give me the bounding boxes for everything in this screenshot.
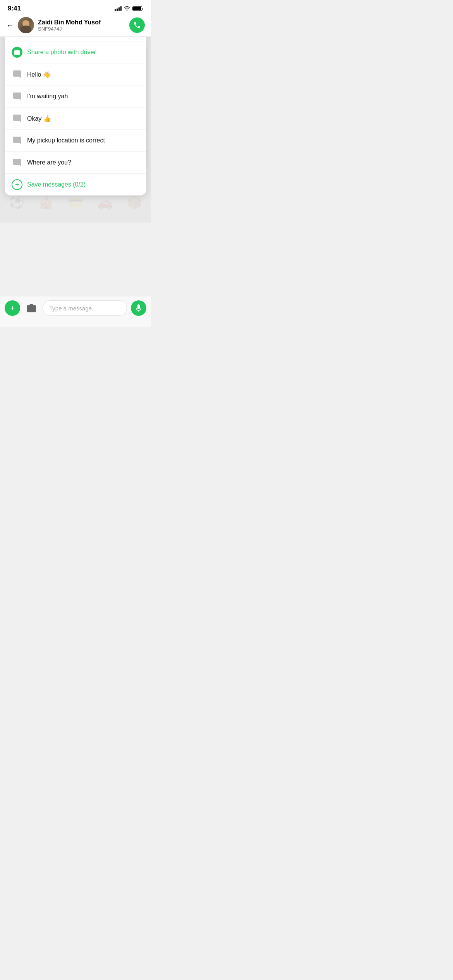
status-bar: 9:41 bbox=[0, 0, 151, 14]
camera-icon bbox=[12, 47, 22, 58]
quick-chat-item-okay[interactable]: Okay 👍 bbox=[5, 108, 146, 130]
driver-plate: SNF9474J bbox=[38, 26, 129, 32]
share-photo-label: Share a photo with driver bbox=[27, 49, 96, 56]
chat-header: ← Zaidi Bin Mohd Yusof SNF9474J bbox=[0, 14, 151, 37]
message-input[interactable]: Type a message... bbox=[43, 300, 127, 316]
add-button[interactable]: + bbox=[5, 300, 20, 316]
avatar bbox=[18, 17, 34, 33]
okay-label: Okay 👍 bbox=[27, 115, 51, 122]
pickup-label: My pickup location is correct bbox=[27, 137, 105, 144]
driver-info: Zaidi Bin Mohd Yusof SNF9474J bbox=[38, 19, 129, 32]
chat-bubble-icon-3 bbox=[12, 113, 22, 124]
quick-chat-panel: ⭐ Quick chat ∨ Share a photo with driver… bbox=[5, 37, 146, 195]
quick-chat-header: ⭐ Quick chat ∨ bbox=[5, 37, 146, 41]
chat-bubble-icon-2 bbox=[12, 91, 22, 102]
signal-icon bbox=[115, 6, 122, 11]
battery-icon bbox=[132, 6, 143, 11]
where-label: Where are you? bbox=[27, 159, 71, 166]
chat-bubble-icon-4 bbox=[12, 135, 22, 146]
message-placeholder: Type a message... bbox=[49, 305, 97, 312]
quick-chat-item-pickup[interactable]: My pickup location is correct bbox=[5, 130, 146, 152]
status-time: 9:41 bbox=[8, 5, 21, 12]
quick-chat-item-share-photo[interactable]: Share a photo with driver bbox=[5, 41, 146, 63]
waiting-label: I'm waiting yah bbox=[27, 93, 68, 100]
save-messages-item[interactable]: + Save messages (0/2) bbox=[5, 174, 146, 195]
driver-name: Zaidi Bin Mohd Yusof bbox=[38, 19, 129, 26]
plus-circle-icon: + bbox=[12, 179, 22, 190]
bottom-bar: + Type a message... bbox=[0, 296, 151, 327]
hello-label: Hello 👋 bbox=[27, 71, 51, 78]
quick-chat-item-where[interactable]: Where are you? bbox=[5, 152, 146, 174]
wifi-icon bbox=[124, 6, 130, 12]
call-button[interactable] bbox=[129, 17, 145, 33]
mic-button[interactable] bbox=[131, 300, 146, 316]
chat-bubble-icon bbox=[12, 69, 22, 80]
status-icons bbox=[115, 6, 143, 12]
save-messages-label: Save messages (0/2) bbox=[27, 181, 86, 188]
quick-chat-item-waiting[interactable]: I'm waiting yah bbox=[5, 86, 146, 108]
quick-chat-item-hello[interactable]: Hello 👋 bbox=[5, 63, 146, 86]
chat-bubble-icon-5 bbox=[12, 157, 22, 168]
back-button[interactable]: ← bbox=[6, 21, 14, 30]
chat-area: 🚗⭐🏠📍🚗 🎯🔔⚙️📱🎯 💬🗓️🚕💬⭐ 🏢🚗📍🔔🏠 ⚽🎪💳🚗📦 bbox=[0, 37, 151, 223]
camera-button[interactable] bbox=[24, 301, 39, 315]
